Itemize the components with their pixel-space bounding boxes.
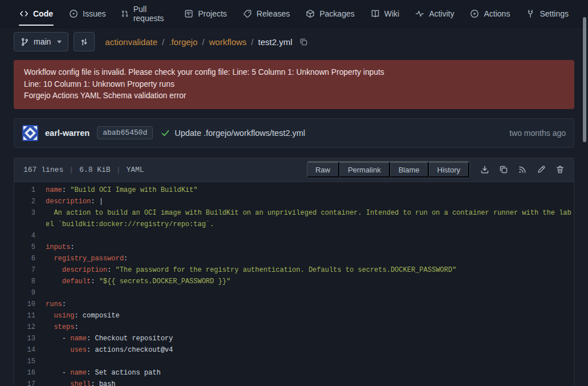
tools-icon <box>526 9 535 18</box>
raw-button[interactable]: Raw <box>307 162 339 178</box>
commit-message[interactable]: Update .forgejo/workflows/test2.yml <box>175 128 305 138</box>
file-actions: Raw Permalink Blame History <box>307 161 567 178</box>
compare-branches-button[interactable] <box>74 32 95 51</box>
rss-feed-icon[interactable] <box>518 165 527 174</box>
commit-author[interactable]: earl-warren <box>45 128 90 138</box>
workflow-error-banner: Workflow config file is invalid. Please … <box>14 60 574 109</box>
tab-label: Projects <box>198 9 227 18</box>
line-number[interactable]: 6 <box>14 253 46 264</box>
line-number[interactable]: 16 <box>14 367 46 379</box>
breadcrumb-repo-link[interactable]: actionvalidate <box>105 37 157 47</box>
project-board-icon <box>184 9 193 18</box>
tab-releases[interactable]: Releases <box>235 0 298 27</box>
line-number[interactable]: 1 <box>14 184 46 196</box>
code-line: 7 description: "The password for the reg… <box>14 264 574 276</box>
tab-issues[interactable]: Issues <box>61 0 113 27</box>
blame-button[interactable]: Blame <box>390 162 429 178</box>
package-icon <box>306 9 315 18</box>
file-view-button-group: Raw Permalink Blame History <box>307 161 470 178</box>
line-number[interactable]: 12 <box>14 321 46 333</box>
vertical-scrollbar[interactable] <box>583 17 586 142</box>
code-line: 12 steps: <box>14 321 574 333</box>
line-number[interactable]: 4 <box>14 230 46 242</box>
breadcrumb-separator: / <box>202 37 204 47</box>
tab-wiki[interactable]: Wiki <box>363 0 407 27</box>
avatar[interactable] <box>22 125 38 141</box>
line-number[interactable]: 7 <box>14 264 46 276</box>
code-line: 9 <box>14 287 574 299</box>
code-line: 14 uses: actions/checkout@v4 <box>14 344 574 356</box>
pull-request-icon <box>121 9 128 18</box>
book-icon <box>371 9 380 18</box>
code-line: 1name: "Build OCI Image with BuildKit" <box>14 184 574 196</box>
copy-path-icon[interactable] <box>299 38 308 46</box>
permalink-button[interactable]: Permalink <box>339 162 390 178</box>
play-circle-icon <box>470 9 479 18</box>
code-line: 4 <box>14 230 574 242</box>
branch-selector-button[interactable]: main <box>14 32 68 51</box>
tab-actions[interactable]: Actions <box>462 0 518 27</box>
code-icon <box>19 9 29 18</box>
file-icon-actions <box>480 165 565 174</box>
line-number[interactable]: 5 <box>14 242 46 253</box>
code-line: 15 <box>14 356 574 367</box>
line-number[interactable]: 3 <box>14 207 46 230</box>
tab-activity[interactable]: Activity <box>407 0 462 27</box>
file-view: 167 lines | 6.8 KiB | YAML Raw Permalink… <box>14 158 574 386</box>
code-text: name: "Build OCI Image with BuildKit" <box>46 184 574 196</box>
code-lines: 1name: "Build OCI Image with BuildKit"2d… <box>14 182 574 386</box>
code-text: An action to build an OCI image with Bui… <box>46 207 574 230</box>
code-line: 6 registry_password: <box>14 253 574 264</box>
pulse-icon <box>415 9 424 18</box>
history-button[interactable]: History <box>429 162 469 178</box>
git-branch-icon <box>21 38 29 46</box>
tab-label: Packages <box>319 9 354 18</box>
code-text <box>46 287 574 299</box>
code-text: uses: actions/checkout@v4 <box>46 344 574 356</box>
code-line: 13 - name: Checkout repository <box>14 333 574 344</box>
breadcrumb-row: main actionvalidate / .forgejo / workflo… <box>14 32 574 51</box>
commit-hash-button[interactable]: abab65450d <box>97 126 153 139</box>
file-meta: 167 lines | 6.8 KiB | YAML <box>23 166 144 174</box>
tab-label: Code <box>33 9 53 18</box>
download-icon[interactable] <box>480 165 489 174</box>
tab-settings[interactable]: Settings <box>518 0 577 27</box>
code-line: 17 shell: bash <box>14 379 574 386</box>
delete-trash-icon[interactable] <box>555 165 565 174</box>
line-number[interactable]: 13 <box>14 333 46 344</box>
git-compare-icon <box>80 38 88 46</box>
line-number[interactable]: 15 <box>14 356 46 367</box>
meta-separator: | <box>69 166 74 174</box>
breadcrumb-dir-link[interactable]: workflows <box>209 37 246 47</box>
tab-packages[interactable]: Packages <box>298 0 362 27</box>
code-text: steps: <box>46 321 574 333</box>
tab-label: Actions <box>484 9 510 18</box>
line-number[interactable]: 11 <box>14 310 46 321</box>
line-number[interactable]: 2 <box>14 196 46 207</box>
line-number[interactable]: 8 <box>14 276 46 287</box>
commit-status-check-icon[interactable] <box>161 128 170 138</box>
tab-pull-requests[interactable]: Pull requests <box>113 0 176 27</box>
file-header: 167 lines | 6.8 KiB | YAML Raw Permalink… <box>14 158 574 182</box>
line-number[interactable]: 10 <box>14 299 46 310</box>
tag-icon <box>243 9 252 18</box>
line-number[interactable]: 14 <box>14 344 46 356</box>
breadcrumb: actionvalidate / .forgejo / workflows / … <box>105 37 307 47</box>
edit-pencil-icon[interactable] <box>537 165 546 174</box>
tab-code[interactable]: Code <box>11 0 61 27</box>
page-content: main actionvalidate / .forgejo / workflo… <box>0 32 588 386</box>
branch-name: main <box>34 37 51 46</box>
error-line: Forgejo Actions YAML Schema validation e… <box>24 90 564 102</box>
tab-label: Wiki <box>384 9 399 18</box>
tab-label: Issues <box>83 9 106 18</box>
identicon-image <box>22 125 38 141</box>
code-line: 11 using: composite <box>14 310 574 321</box>
code-line: 8 default: "${{ secrets.DOCKER_PASSWORD … <box>14 276 574 287</box>
tab-projects[interactable]: Projects <box>176 0 235 27</box>
breadcrumb-separator: / <box>162 37 164 47</box>
error-line: Line: 10 Column 1: Unknown Property runs <box>24 79 564 91</box>
line-number[interactable]: 17 <box>14 379 46 386</box>
line-number[interactable]: 9 <box>14 287 46 299</box>
breadcrumb-dir-link[interactable]: .forgejo <box>169 37 197 47</box>
copy-content-icon[interactable] <box>499 165 508 174</box>
